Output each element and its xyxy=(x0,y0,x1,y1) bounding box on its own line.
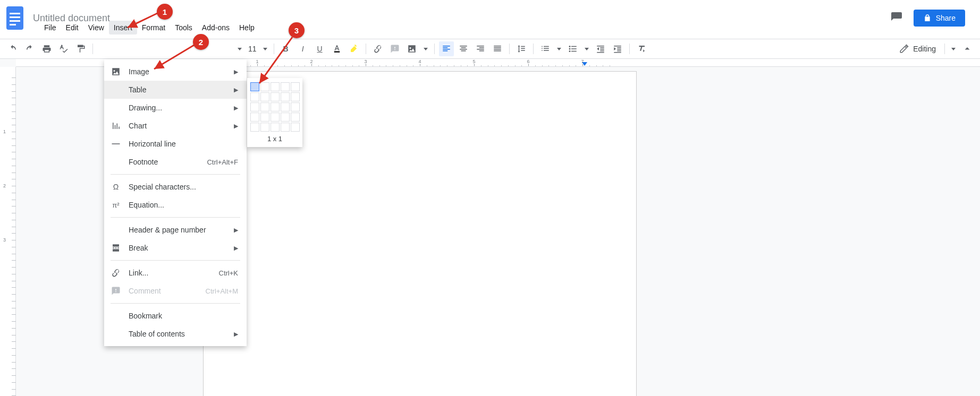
menu-chart[interactable]: Chart ▶ xyxy=(104,117,247,135)
table-cell[interactable] xyxy=(260,92,269,101)
menu-toc-label: Table of contents xyxy=(129,330,234,338)
spellcheck-button[interactable] xyxy=(56,41,71,56)
submenu-arrow-icon: ▶ xyxy=(234,105,238,111)
menu-bookmark[interactable]: Bookmark xyxy=(104,307,247,325)
link-shortcut: Ctrl+K xyxy=(219,269,238,277)
table-cell[interactable] xyxy=(271,123,280,132)
align-center-button[interactable] xyxy=(456,41,471,56)
menu-footnote[interactable]: Footnote Ctrl+Alt+F xyxy=(104,153,247,171)
italic-button[interactable]: I xyxy=(295,41,310,56)
highlight-button[interactable] xyxy=(347,41,361,56)
numbered-list-button[interactable] xyxy=(538,41,553,56)
menu-header-page[interactable]: Header & page number ▶ xyxy=(104,221,247,239)
bulleted-list-drop[interactable] xyxy=(581,48,592,50)
menu-horizontal-line[interactable]: Horizontal line xyxy=(104,135,247,153)
font-size[interactable] xyxy=(234,48,245,50)
menu-addons[interactable]: Add-ons xyxy=(197,21,234,35)
redo-button[interactable] xyxy=(22,41,37,56)
align-justify-button[interactable] xyxy=(490,41,505,56)
table-cell[interactable] xyxy=(281,123,290,132)
table-cell[interactable] xyxy=(271,82,280,91)
menu-help[interactable]: Help xyxy=(234,21,259,35)
table-cell[interactable] xyxy=(260,102,269,111)
paint-format-button[interactable] xyxy=(73,41,88,56)
print-button[interactable] xyxy=(39,41,54,56)
outdent-button[interactable] xyxy=(593,41,608,56)
menu-break[interactable]: Break ▶ xyxy=(104,239,247,257)
menu-special-label: Special characters... xyxy=(129,183,238,191)
table-cell[interactable] xyxy=(250,102,259,111)
align-left-button[interactable] xyxy=(439,41,454,56)
bulleted-list-button[interactable] xyxy=(565,41,580,56)
menu-insert[interactable]: Insert xyxy=(109,21,137,35)
comment-shortcut: Ctrl+Alt+M xyxy=(206,287,238,295)
table-cell[interactable] xyxy=(291,92,300,101)
menu-divider xyxy=(111,174,240,175)
table-cell[interactable] xyxy=(291,123,300,132)
undo-button[interactable] xyxy=(5,41,20,56)
link-icon xyxy=(111,268,121,278)
font-size-drop[interactable] xyxy=(260,48,271,50)
menu-special-characters[interactable]: Ω Special characters... xyxy=(104,178,247,196)
submenu-arrow-icon: ▶ xyxy=(234,227,238,234)
menu-drawing[interactable]: Drawing... ▶ xyxy=(104,99,247,117)
line-spacing-button[interactable] xyxy=(514,41,529,56)
menu-toc[interactable]: Table of contents ▶ xyxy=(104,325,247,343)
align-right-button[interactable] xyxy=(473,41,488,56)
table-cell[interactable] xyxy=(260,123,269,132)
table-cell[interactable] xyxy=(271,102,280,111)
numbered-list-drop[interactable] xyxy=(554,48,564,50)
docs-logo[interactable] xyxy=(4,4,26,32)
svg-point-7 xyxy=(569,48,570,50)
table-cell[interactable] xyxy=(250,123,259,132)
table-cell[interactable] xyxy=(281,92,290,101)
collapse-toolbar-button[interactable] xyxy=(960,41,975,56)
menu-tools[interactable]: Tools xyxy=(170,21,197,35)
svg-rect-3 xyxy=(10,20,20,22)
share-button-label: Share xyxy=(936,14,956,22)
editing-mode-drop[interactable] xyxy=(948,48,959,50)
table-cell[interactable] xyxy=(281,113,290,122)
table-cell[interactable] xyxy=(250,92,259,101)
table-cell[interactable] xyxy=(291,102,300,111)
comment-history-icon[interactable] xyxy=(890,11,903,25)
underline-button[interactable]: U xyxy=(312,41,327,56)
bold-button[interactable]: B xyxy=(278,41,293,56)
table-cell[interactable] xyxy=(271,113,280,122)
table-cell[interactable] xyxy=(291,82,300,91)
indent-button[interactable] xyxy=(610,41,625,56)
share-button[interactable]: Share xyxy=(914,10,965,27)
table-cell-1-1[interactable] xyxy=(250,82,259,91)
menu-view[interactable]: View xyxy=(83,21,109,35)
insert-link-button[interactable] xyxy=(370,41,385,56)
menu-link[interactable]: Link... Ctrl+K xyxy=(104,264,247,282)
menu-footnote-label: Footnote xyxy=(129,158,207,166)
table-cell[interactable] xyxy=(260,82,269,91)
svg-rect-9 xyxy=(112,143,120,144)
menu-comment: Comment Ctrl+Alt+M xyxy=(104,282,247,300)
font-size-val[interactable]: 11 xyxy=(245,45,260,53)
pi-icon: π² xyxy=(111,201,121,209)
insert-image-button[interactable] xyxy=(404,41,419,56)
menu-equation[interactable]: π² Equation... xyxy=(104,196,247,214)
vertical-ruler[interactable]: 123 xyxy=(0,67,16,396)
table-cell[interactable] xyxy=(281,102,290,111)
menu-edit[interactable]: Edit xyxy=(61,21,83,35)
svg-point-6 xyxy=(569,46,570,47)
text-color-button[interactable] xyxy=(330,41,344,56)
menu-format[interactable]: Format xyxy=(137,21,170,35)
table-cell[interactable] xyxy=(281,82,290,91)
insert-comment-button[interactable] xyxy=(387,41,402,56)
menu-image[interactable]: Image ▶ xyxy=(104,63,247,81)
table-cell[interactable] xyxy=(250,113,259,122)
table-size-grid[interactable] xyxy=(250,82,300,132)
table-cell[interactable] xyxy=(291,113,300,122)
clear-formatting-button[interactable] xyxy=(634,41,649,56)
table-cell[interactable] xyxy=(271,92,280,101)
callout-badge-2: 2 xyxy=(193,34,209,50)
table-cell[interactable] xyxy=(260,113,269,122)
editing-mode-button[interactable]: Editing xyxy=(894,42,941,56)
insert-image-drop[interactable] xyxy=(420,48,431,50)
menu-table[interactable]: Table ▶ xyxy=(104,81,247,99)
menu-file[interactable]: File xyxy=(39,21,61,35)
